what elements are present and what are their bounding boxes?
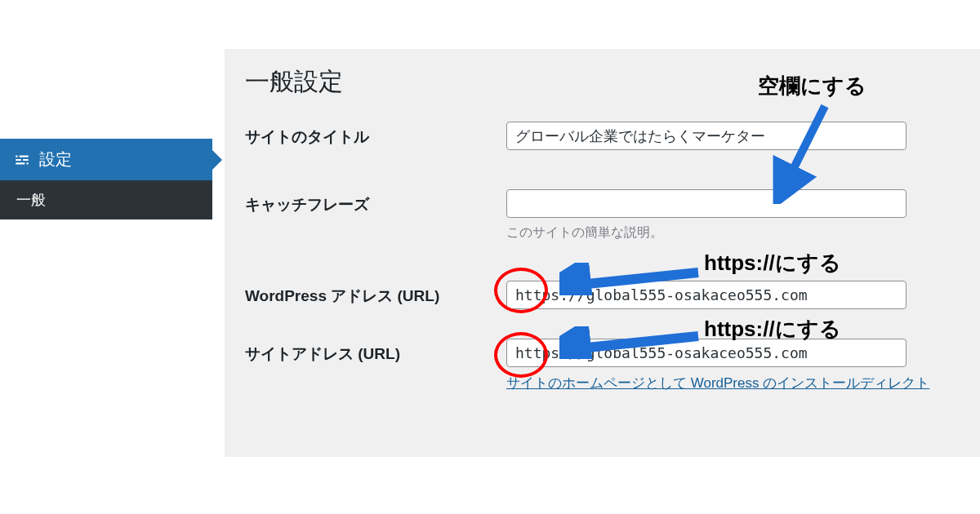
site-address-help-link[interactable]: サイトのホームページとして WordPress のインストールディレクト [506,374,929,392]
sidebar-item-general[interactable]: 一般 [0,180,212,219]
input-site-title[interactable] [506,122,906,150]
label-wp-address: WordPress アドレス (URL) [245,281,506,307]
row-site-address: サイトアドレス (URL) サイトのホームページとして WordPress のイ… [245,339,960,392]
sidebar-general-label: 一般 [16,190,46,210]
page-title: 一般設定 [245,65,960,99]
settings-icon [13,151,31,169]
tagline-description: このサイトの簡単な説明。 [506,224,960,241]
row-tagline: キャッチフレーズ このサイトの簡単な説明。 [245,189,960,241]
input-site-address[interactable] [506,339,906,367]
label-tagline: キャッチフレーズ [245,189,506,215]
sidebar-settings-label: 設定 [39,148,72,171]
input-wp-address[interactable] [506,281,906,309]
input-tagline[interactable] [506,189,906,218]
row-site-title: サイトのタイトル [245,122,960,150]
label-site-address: サイトアドレス (URL) [245,339,506,365]
row-wp-address: WordPress アドレス (URL) [245,281,960,309]
settings-page: 一般設定 サイトのタイトル キャッチフレーズ このサイトの簡単な説明。 Word… [225,49,980,457]
admin-sidebar: 設定 一般 [0,139,212,219]
label-site-title: サイトのタイトル [245,122,506,148]
sidebar-item-settings[interactable]: 設定 [0,139,212,180]
